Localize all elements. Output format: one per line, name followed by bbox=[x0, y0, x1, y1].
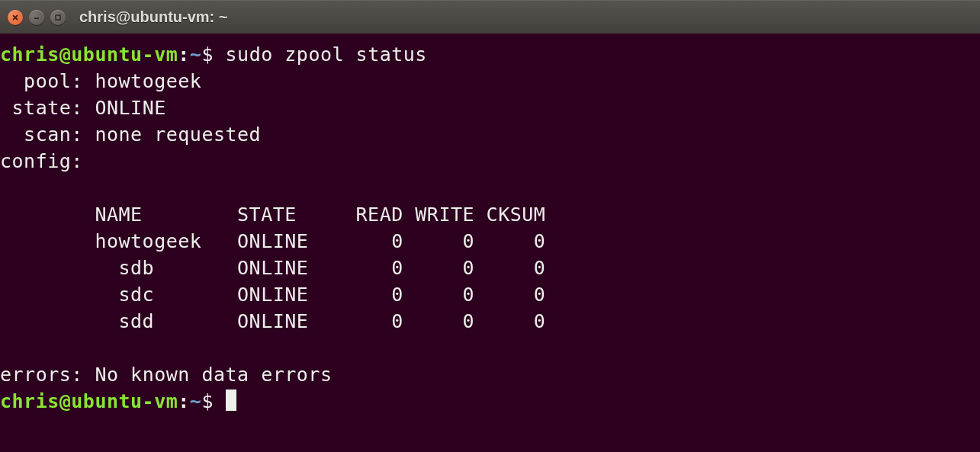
command-text: sudo zpool status bbox=[226, 43, 427, 66]
prompt-separator: : bbox=[178, 390, 190, 412]
prompt-user-host: chris@ubuntu-vm bbox=[0, 43, 178, 66]
output-pool-label: pool: bbox=[0, 70, 83, 92]
close-icon[interactable] bbox=[8, 10, 23, 25]
output-state-value: ONLINE bbox=[95, 97, 165, 119]
config-table: NAME STATE READ WRITE CKSUM howtogeek ON… bbox=[0, 204, 545, 332]
window-controls bbox=[8, 10, 66, 25]
output-errors-value: No known data errors bbox=[95, 364, 332, 386]
svg-rect-0 bbox=[56, 15, 60, 20]
output-scan-value: none requested bbox=[95, 123, 261, 146]
output-pool-value: howtogeek bbox=[95, 70, 201, 92]
prompt-symbol: $ bbox=[201, 390, 214, 412]
output-config-label: config: bbox=[0, 150, 83, 172]
prompt-path: ~ bbox=[190, 390, 202, 412]
minimize-icon[interactable] bbox=[29, 10, 44, 25]
prompt-path: ~ bbox=[190, 43, 202, 66]
terminal-window: chris@ubuntu-vm: ~ chris@ubuntu-vm:~$ su… bbox=[0, 0, 980, 452]
terminal-body[interactable]: chris@ubuntu-vm:~$ sudo zpool status poo… bbox=[0, 34, 980, 415]
cursor bbox=[226, 389, 236, 411]
prompt-user-host: chris@ubuntu-vm bbox=[0, 390, 178, 412]
output-scan-label: scan: bbox=[0, 123, 83, 146]
output-state-label: state: bbox=[0, 97, 83, 119]
output-errors-label: errors: bbox=[0, 364, 83, 386]
prompt-separator: : bbox=[178, 43, 190, 66]
maximize-icon[interactable] bbox=[50, 10, 66, 25]
prompt-symbol: $ bbox=[201, 43, 214, 66]
window-titlebar[interactable]: chris@ubuntu-vm: ~ bbox=[0, 0, 980, 34]
window-title: chris@ubuntu-vm: ~ bbox=[79, 8, 228, 26]
